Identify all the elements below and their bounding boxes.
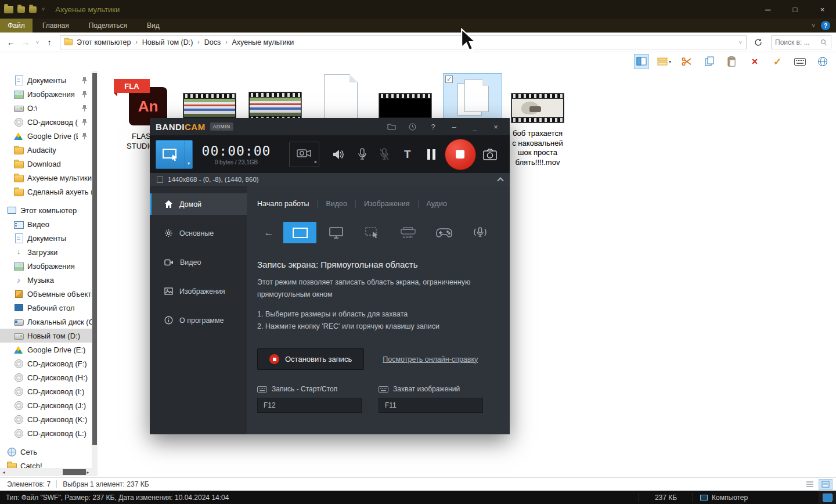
quick-access-icon-2[interactable] bbox=[29, 6, 37, 13]
sidebar-item-cd-l[interactable]: CD-дисковод (L:) bbox=[0, 426, 92, 440]
nav-about[interactable]: О программе bbox=[150, 309, 247, 331]
sidebar-item-catch[interactable]: Catch! bbox=[0, 459, 92, 468]
online-help-link[interactable]: Посмотреть онлайн-справку bbox=[383, 355, 478, 363]
tray-monitor-button[interactable] bbox=[819, 491, 836, 504]
sidebar-item-videos[interactable]: Видео bbox=[0, 217, 92, 231]
sidebar-item-cd-i[interactable]: CD-дисковод (I:) bbox=[0, 384, 92, 398]
minimize-to-tray-button[interactable]: _ bbox=[467, 118, 483, 135]
nav-images[interactable]: Изображения bbox=[150, 280, 247, 302]
sidebar-item-music[interactable]: Музыка bbox=[0, 273, 92, 287]
globe-button[interactable] bbox=[815, 54, 830, 69]
nav-general[interactable]: Основные bbox=[150, 222, 247, 244]
minimize-button[interactable]: – bbox=[446, 118, 462, 135]
pause-button[interactable] bbox=[427, 149, 435, 160]
tab-video[interactable]: Видео bbox=[317, 200, 355, 208]
history-chevron-icon[interactable]: ˅ bbox=[34, 39, 41, 45]
mode-fullscreen-button[interactable] bbox=[319, 222, 352, 243]
mode-game-button[interactable] bbox=[427, 222, 460, 243]
mode-dropdown-icon[interactable]: ▾ bbox=[185, 141, 192, 168]
breadcrumb-docs[interactable]: Docs bbox=[204, 38, 221, 46]
minimize-button[interactable]: ─ bbox=[754, 0, 781, 19]
back-arrow-button[interactable]: ← bbox=[257, 222, 280, 243]
sidebar-item-network[interactable]: Сеть bbox=[0, 445, 92, 459]
up-button[interactable]: ↑ bbox=[43, 35, 56, 49]
collapse-chevron-icon[interactable] bbox=[497, 177, 503, 183]
mode-audio-button[interactable] bbox=[463, 222, 496, 243]
sidebar-item-cd-h[interactable]: CD-дисковод (H:) bbox=[0, 370, 92, 384]
stop-record-button[interactable] bbox=[445, 139, 476, 170]
webcam-overlay-toggle[interactable]: × bbox=[289, 142, 319, 167]
sidebar-item-google-drive[interactable]: Google Drive (E:) bbox=[0, 343, 92, 357]
stop-recording-button[interactable]: Остановить запись bbox=[257, 348, 364, 370]
mode-region-button[interactable] bbox=[355, 222, 388, 243]
sidebar-item-3d-objects[interactable]: Объемные объекты bbox=[0, 287, 92, 301]
preview-pane-button[interactable] bbox=[634, 54, 649, 69]
layout-button[interactable]: ▾ bbox=[657, 54, 672, 69]
address-bar[interactable]: Этот компьютер › Новый том (D:) › Docs ›… bbox=[60, 35, 747, 49]
sidebar-item-audacity[interactable]: Audacity bbox=[0, 143, 92, 157]
thumbnail-view-button[interactable] bbox=[819, 479, 833, 490]
help-button[interactable]: ? bbox=[821, 21, 830, 30]
ribbon-collapse-icon[interactable]: ˅ bbox=[812, 23, 815, 29]
sidebar-item-drive-o[interactable]: O:\ bbox=[0, 101, 92, 115]
sidebar-item-download[interactable]: Download bbox=[0, 157, 92, 171]
nav-video[interactable]: Видео bbox=[150, 251, 247, 273]
file-swf-selected[interactable]: ✓ bbox=[443, 73, 502, 123]
scroll-left-arrow-icon[interactable]: ◄ bbox=[2, 470, 6, 474]
sidebar-item-cd-k[interactable]: CD-дисковод (K:) bbox=[0, 412, 92, 426]
sidebar-item-google-drive-pinned[interactable]: Google Drive (E:) bbox=[0, 129, 92, 143]
breadcrumb-drive-d[interactable]: Новый том (D:) bbox=[142, 38, 193, 46]
tab-audio[interactable]: Аудио bbox=[418, 200, 455, 208]
sidebar-item-pictures[interactable]: Изображения bbox=[0, 259, 92, 273]
scrollbar-thumb[interactable] bbox=[92, 73, 97, 445]
hotkey-record-input[interactable]: F12 bbox=[257, 398, 362, 413]
sidebar-item-pictures-pinned[interactable]: Изображения bbox=[0, 87, 92, 101]
tab-share[interactable]: Поделиться bbox=[79, 19, 137, 33]
sidebar-horizontal-scrollbar[interactable]: ◄ ► bbox=[0, 468, 92, 476]
sidebar-item-documents-pinned[interactable]: Документы bbox=[0, 73, 92, 87]
microphone-button[interactable]: × bbox=[358, 148, 367, 161]
screenshot-button[interactable] bbox=[483, 149, 497, 160]
hotkey-capture-input[interactable]: F11 bbox=[379, 398, 483, 413]
keyboard-button[interactable] bbox=[792, 54, 808, 69]
sidebar-item-sdelanyi[interactable]: Сделаный ахуеть и до bbox=[0, 185, 92, 199]
details-view-button[interactable] bbox=[803, 479, 817, 490]
breadcrumb-this-pc[interactable]: Этот компьютер bbox=[77, 38, 131, 46]
sidebar-item-cartoons[interactable]: Ахуеные мультики bbox=[0, 171, 92, 185]
sidebar-item-this-pc[interactable]: Этот компьютер bbox=[0, 203, 92, 217]
forward-button[interactable]: → bbox=[19, 35, 32, 49]
file-document[interactable] bbox=[320, 74, 361, 118]
maximize-button[interactable]: □ bbox=[781, 0, 809, 19]
bandicam-title-bar[interactable]: BANDICAM ADMIN ? – _ × bbox=[150, 118, 510, 135]
close-button[interactable]: × bbox=[488, 118, 504, 135]
secondary-mic-muted-button[interactable] bbox=[380, 148, 389, 161]
search-input[interactable]: Поиск в: ... bbox=[771, 35, 831, 49]
selection-checkbox[interactable]: ✓ bbox=[445, 75, 453, 83]
scrollbar-thumb[interactable] bbox=[63, 469, 86, 475]
close-button[interactable]: × bbox=[809, 0, 836, 19]
tab-home[interactable]: Главная bbox=[33, 19, 79, 33]
file-mov[interactable]: боб трахается с наковальней шок проста б… bbox=[510, 93, 565, 167]
sidebar-item-downloads[interactable]: Загрузки bbox=[0, 245, 92, 259]
tab-view[interactable]: Вид bbox=[137, 19, 170, 33]
mode-device-button[interactable]: HDMI bbox=[391, 222, 424, 243]
quick-access-chevron-icon[interactable]: ˅ bbox=[42, 6, 45, 12]
sidebar-item-drive-d[interactable]: Новый том (D:) bbox=[0, 329, 92, 343]
sidebar-item-drive-c[interactable]: Локальный диск (C:) bbox=[0, 315, 92, 329]
select-items-button[interactable]: ✓ bbox=[770, 54, 785, 69]
sidebar-item-desktop[interactable]: Рабочий стол bbox=[0, 301, 92, 315]
text-overlay-button[interactable]: T bbox=[404, 148, 411, 161]
sidebar-item-cd-f[interactable]: CD-дисковод (F:) bbox=[0, 357, 92, 370]
back-button[interactable]: ← bbox=[5, 35, 17, 49]
sidebar-item-documents[interactable]: Документы bbox=[0, 231, 92, 245]
sidebar-vertical-scrollbar[interactable] bbox=[92, 71, 98, 476]
nav-home[interactable]: Домой bbox=[150, 193, 247, 215]
speaker-button[interactable] bbox=[332, 149, 345, 160]
tab-file[interactable]: Файл bbox=[0, 19, 33, 33]
region-info-bar[interactable]: 836x504 - (0, -8), (1440, 860) bbox=[150, 173, 510, 186]
cut-button[interactable] bbox=[679, 54, 694, 69]
breadcrumb-current-folder[interactable]: Ахуеные мультики bbox=[232, 38, 294, 46]
scroll-right-arrow-icon[interactable]: ► bbox=[86, 470, 90, 474]
copy-button[interactable] bbox=[702, 54, 717, 69]
help-button[interactable]: ? bbox=[425, 118, 441, 135]
